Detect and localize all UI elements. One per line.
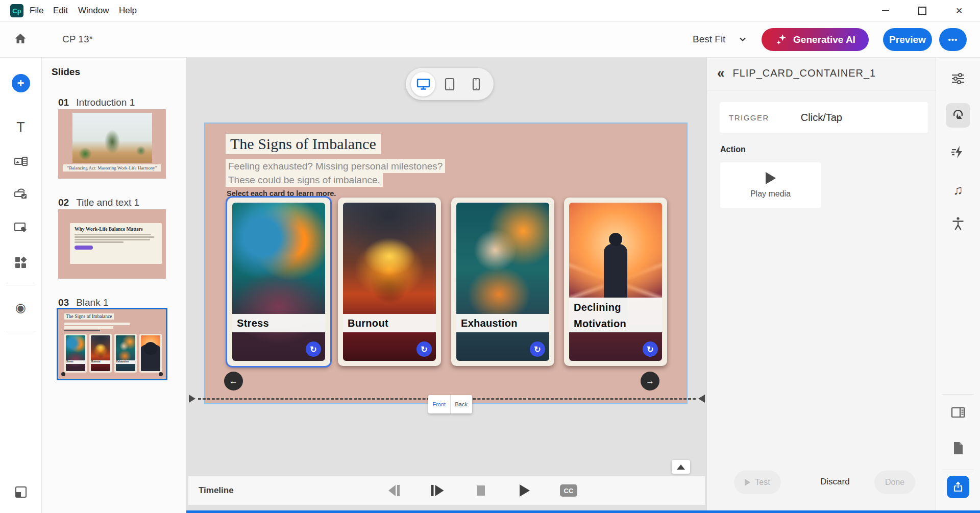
timeline-bar: Timeline CC	[188, 476, 705, 505]
flip-icon[interactable]: ↻	[416, 341, 432, 357]
plus-icon: +	[12, 74, 30, 92]
slide-3-label[interactable]: 03 Blank 1	[58, 297, 109, 308]
back-tab[interactable]: Back	[451, 395, 473, 413]
panel-toggle-icon[interactable]	[14, 485, 28, 499]
trigger-value: Click/Tap	[801, 112, 842, 124]
text-tool-icon[interactable]: T	[16, 119, 25, 135]
menu-help[interactable]: Help	[116, 0, 140, 21]
boundary-marker-right[interactable]	[698, 395, 705, 403]
notes-document-icon[interactable]	[952, 442, 964, 455]
tablet-view-icon[interactable]	[437, 72, 462, 96]
preview-button[interactable]: Preview	[883, 28, 932, 51]
widgets-icon[interactable]	[14, 222, 28, 235]
mobile-view-icon[interactable]	[464, 72, 488, 96]
card-image-declining-motivation	[569, 203, 662, 361]
slide-1-thumbnail[interactable]: "Balancing Act: Mastering Work-Life Harm…	[58, 109, 166, 179]
toolbar-divider	[942, 394, 974, 395]
slide-2-label[interactable]: 02 Title and text 1	[58, 197, 139, 208]
slide-instruction-text[interactable]: Select each card to learn more.	[227, 189, 336, 198]
done-button[interactable]: Done	[874, 471, 915, 494]
flip-card-burnout[interactable]: Burnout ↻	[338, 198, 441, 366]
flip-card-stress[interactable]: Stress ↻	[227, 198, 330, 366]
properties-sliders-icon[interactable]	[951, 72, 965, 85]
discard-button[interactable]: Discard	[820, 477, 850, 487]
closed-captions-button[interactable]: CC	[560, 484, 577, 497]
close-icon[interactable]: ✕	[947, 0, 971, 21]
slide-1-photo	[72, 113, 152, 163]
home-icon[interactable]	[13, 32, 28, 46]
card-label: Declining Motivation	[569, 298, 662, 332]
media-icon[interactable]	[14, 156, 28, 169]
generative-ai-button[interactable]: Generative AI	[762, 28, 869, 51]
audio-icon[interactable]: ♫	[953, 182, 963, 198]
toolbar-divider	[942, 470, 974, 470]
slides-panel: Slides 01 Introduction 1 "Balancing Act:…	[41, 57, 186, 513]
flip-icon[interactable]: ↻	[530, 341, 545, 357]
mini-card-stress: Stress	[64, 334, 87, 373]
panel-divider	[707, 90, 936, 90]
menu-edit[interactable]: Edit	[50, 0, 71, 21]
interactions-icon[interactable]	[14, 187, 28, 201]
card-image-exhaustion	[456, 203, 549, 361]
captivate-app-window: Cp File Edit Window Help ✕ CP 13* Best F…	[0, 0, 980, 513]
add-content-button[interactable]: +	[12, 74, 30, 92]
carousel-next-button[interactable]: →	[641, 372, 659, 390]
animations-icon[interactable]	[951, 145, 965, 159]
desktop-view-icon[interactable]	[411, 72, 435, 96]
timeline-collapse-button[interactable]	[672, 460, 690, 474]
chevron-down-icon	[739, 35, 747, 43]
layout-panel-icon[interactable]	[951, 406, 965, 419]
minimize-icon[interactable]	[874, 0, 897, 21]
flip-icon[interactable]: ↻	[643, 341, 658, 357]
app-logo: Cp	[10, 4, 23, 17]
flip-card-declining-motivation[interactable]: Declining Motivation ↻	[564, 198, 667, 366]
collapse-panel-icon[interactable]: «	[717, 66, 724, 80]
mini-card-exhaustion: Exhaustion	[114, 334, 137, 373]
properties-panel-title: FLIP_CARD_CONTAINER_1	[732, 67, 876, 79]
slide-2-text-card: Why Work-Life Balance Matters	[70, 223, 162, 264]
slide-2-thumbnail[interactable]: Why Work-Life Balance Matters	[58, 209, 166, 279]
front-tab[interactable]: Front	[428, 395, 451, 413]
slide-title-text[interactable]: The Signs of Imbalance	[226, 134, 381, 154]
slide-editor[interactable]: The Signs of Imbalance Feeling exhausted…	[204, 123, 688, 404]
zoom-fit-dropdown[interactable]: Best Fit	[693, 34, 747, 45]
slide-3-thumbnail[interactable]: The Signs of Imbalance Stress Burnout Ex…	[58, 309, 166, 379]
chevron-up-icon	[677, 465, 685, 470]
flip-card-exhaustion[interactable]: Exhaustion ↻	[451, 198, 554, 366]
action-play-media-card[interactable]: Play media	[720, 162, 821, 208]
device-preview-switcher	[406, 68, 494, 100]
slide-1-label[interactable]: 01 Introduction 1	[58, 97, 135, 108]
project-title: CP 13*	[62, 34, 93, 45]
record-icon[interactable]: ◉	[15, 301, 26, 315]
canvas-area: The Signs of Imbalance Feeling exhausted…	[186, 57, 706, 513]
blocks-icon[interactable]	[14, 256, 28, 270]
accessibility-icon[interactable]	[951, 216, 965, 231]
slide-2-button	[75, 246, 93, 250]
share-button[interactable]	[947, 476, 969, 498]
timeline-label: Timeline	[199, 485, 234, 496]
share-export-icon	[947, 476, 969, 498]
properties-panel: « FLIP_CARD_CONTAINER_1 TRIGGER Click/Ta…	[706, 57, 936, 513]
menu-bar: Cp File Edit Window Help ✕	[0, 0, 980, 22]
slides-panel-title: Slides	[52, 66, 80, 78]
flip-icon[interactable]: ↻	[306, 341, 321, 357]
more-options-button[interactable]: •••	[939, 28, 967, 51]
front-back-toggle: Front Back	[428, 395, 472, 413]
action-section-label: Action	[720, 145, 746, 154]
arrow-right-icon: →	[646, 376, 654, 386]
interactivity-tab[interactable]	[946, 103, 970, 128]
carousel-prev-button[interactable]: ←	[224, 372, 243, 390]
card-label: Burnout	[343, 314, 436, 332]
stop-button[interactable]	[477, 485, 485, 496]
maximize-icon[interactable]	[911, 0, 934, 21]
test-button[interactable]: Test	[734, 471, 781, 494]
step-back-button[interactable]	[388, 485, 400, 496]
right-toolbar: ♫	[936, 57, 980, 513]
menu-file[interactable]: File	[27, 0, 46, 21]
menu-window[interactable]: Window	[75, 0, 112, 21]
play-button[interactable]	[520, 484, 530, 497]
slide-subtitle-text[interactable]: Feeling exhausted? Missing personal mile…	[226, 159, 445, 187]
boundary-marker-left[interactable]	[189, 395, 195, 403]
step-forward-button[interactable]	[431, 485, 444, 496]
trigger-row[interactable]: TRIGGER Click/Tap	[720, 102, 928, 133]
